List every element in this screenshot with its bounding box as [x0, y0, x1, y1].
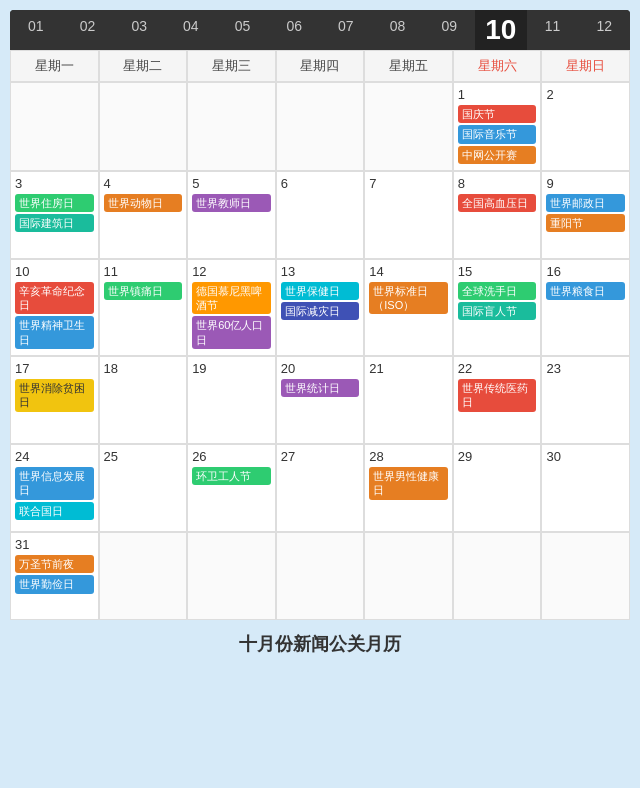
event-tag: 国际建筑日	[15, 214, 94, 232]
event-tag: 世界勤俭日	[15, 575, 94, 593]
month-nav[interactable]: 010203040506070809101112	[10, 10, 630, 50]
event-tag: 重阳节	[546, 214, 625, 232]
event-tag: 世界教师日	[192, 194, 271, 212]
day-cell-9: 9世界邮政日重阳节	[541, 171, 630, 259]
event-tag: 世界消除贫困日	[15, 379, 94, 412]
day-cell-27: 27	[276, 444, 365, 532]
day-cell-4: 4世界动物日	[99, 171, 188, 259]
day-cell-20: 20世界统计日	[276, 356, 365, 444]
weekday-星期二: 星期二	[99, 50, 188, 82]
event-tag: 世界标准日（ISO）	[369, 282, 448, 315]
day-cell-empty-0-2	[187, 82, 276, 171]
weekday-星期五: 星期五	[364, 50, 453, 82]
day-cell-26: 26环卫工人节	[187, 444, 276, 532]
weekday-星期三: 星期三	[187, 50, 276, 82]
day-number: 5	[192, 176, 271, 191]
month-item-02[interactable]: 02	[62, 10, 114, 50]
month-item-04[interactable]: 04	[165, 10, 217, 50]
event-tag: 环卫工人节	[192, 467, 271, 485]
event-tag: 世界60亿人口日	[192, 316, 271, 349]
event-tag: 中网公开赛	[458, 146, 537, 164]
day-number: 17	[15, 361, 94, 376]
day-cell-15: 15全球洗手日国际盲人节	[453, 259, 542, 356]
day-number: 3	[15, 176, 94, 191]
month-item-06[interactable]: 06	[268, 10, 320, 50]
day-number: 24	[15, 449, 94, 464]
event-tag: 世界动物日	[104, 194, 183, 212]
day-cell-12: 12德国慕尼黑啤酒节世界60亿人口日	[187, 259, 276, 356]
event-tag: 世界传统医药日	[458, 379, 537, 412]
day-number: 18	[104, 361, 183, 376]
month-item-03[interactable]: 03	[113, 10, 165, 50]
day-number: 30	[546, 449, 625, 464]
weekday-星期六: 星期六	[453, 50, 542, 82]
month-item-07[interactable]: 07	[320, 10, 372, 50]
day-cell-10: 10辛亥革命纪念日世界精神卫生日	[10, 259, 99, 356]
event-tag: 世界保健日	[281, 282, 360, 300]
day-cell-empty-5-6	[541, 532, 630, 620]
day-cell-16: 16世界粮食日	[541, 259, 630, 356]
day-number: 10	[15, 264, 94, 279]
day-cell-22: 22世界传统医药日	[453, 356, 542, 444]
event-tag: 国际盲人节	[458, 302, 537, 320]
day-number: 9	[546, 176, 625, 191]
day-cell-3: 3世界住房日国际建筑日	[10, 171, 99, 259]
day-cell-17: 17世界消除贫困日	[10, 356, 99, 444]
month-item-08[interactable]: 08	[372, 10, 424, 50]
day-number: 21	[369, 361, 448, 376]
event-tag: 世界镇痛日	[104, 282, 183, 300]
day-cell-6: 6	[276, 171, 365, 259]
day-cell-25: 25	[99, 444, 188, 532]
day-number: 13	[281, 264, 360, 279]
day-number: 7	[369, 176, 448, 191]
day-number: 27	[281, 449, 360, 464]
event-tag: 世界男性健康日	[369, 467, 448, 500]
day-number: 14	[369, 264, 448, 279]
day-cell-empty-0-1	[99, 82, 188, 171]
day-number: 2	[546, 87, 625, 102]
day-cell-empty-5-1	[99, 532, 188, 620]
event-tag: 世界统计日	[281, 379, 360, 397]
event-tag: 联合国日	[15, 502, 94, 520]
month-item-05[interactable]: 05	[217, 10, 269, 50]
weekday-星期日: 星期日	[541, 50, 630, 82]
event-tag: 全球洗手日	[458, 282, 537, 300]
month-item-11[interactable]: 11	[527, 10, 579, 50]
event-tag: 世界信息发展日	[15, 467, 94, 500]
event-tag: 世界住房日	[15, 194, 94, 212]
day-cell-29: 29	[453, 444, 542, 532]
day-number: 31	[15, 537, 94, 552]
event-tag: 万圣节前夜	[15, 555, 94, 573]
day-cell-18: 18	[99, 356, 188, 444]
event-tag: 国际音乐节	[458, 125, 537, 143]
month-item-12[interactable]: 12	[578, 10, 630, 50]
footer-title: 十月份新闻公关月历	[239, 620, 401, 662]
day-number: 28	[369, 449, 448, 464]
month-item-09[interactable]: 09	[423, 10, 475, 50]
day-cell-8: 8全国高血压日	[453, 171, 542, 259]
event-tag: 全国高血压日	[458, 194, 537, 212]
event-tag: 世界精神卫生日	[15, 316, 94, 349]
day-number: 20	[281, 361, 360, 376]
month-item-01[interactable]: 01	[10, 10, 62, 50]
event-tag: 国庆节	[458, 105, 537, 123]
day-cell-13: 13世界保健日国际减灾日	[276, 259, 365, 356]
day-number: 25	[104, 449, 183, 464]
event-tag: 德国慕尼黑啤酒节	[192, 282, 271, 315]
event-tag: 世界邮政日	[546, 194, 625, 212]
day-cell-7: 7	[364, 171, 453, 259]
event-tag: 世界粮食日	[546, 282, 625, 300]
day-number: 4	[104, 176, 183, 191]
day-cell-21: 21	[364, 356, 453, 444]
event-tag: 国际减灾日	[281, 302, 360, 320]
day-number: 12	[192, 264, 271, 279]
day-cell-5: 5世界教师日	[187, 171, 276, 259]
month-item-10[interactable]: 10	[475, 10, 527, 50]
day-number: 23	[546, 361, 625, 376]
day-cell-empty-5-3	[276, 532, 365, 620]
day-cell-empty-5-4	[364, 532, 453, 620]
day-number: 19	[192, 361, 271, 376]
weekday-星期四: 星期四	[276, 50, 365, 82]
calendar-grid: 1国庆节国际音乐节中网公开赛23世界住房日国际建筑日4世界动物日5世界教师日67…	[10, 82, 630, 620]
day-number: 8	[458, 176, 537, 191]
